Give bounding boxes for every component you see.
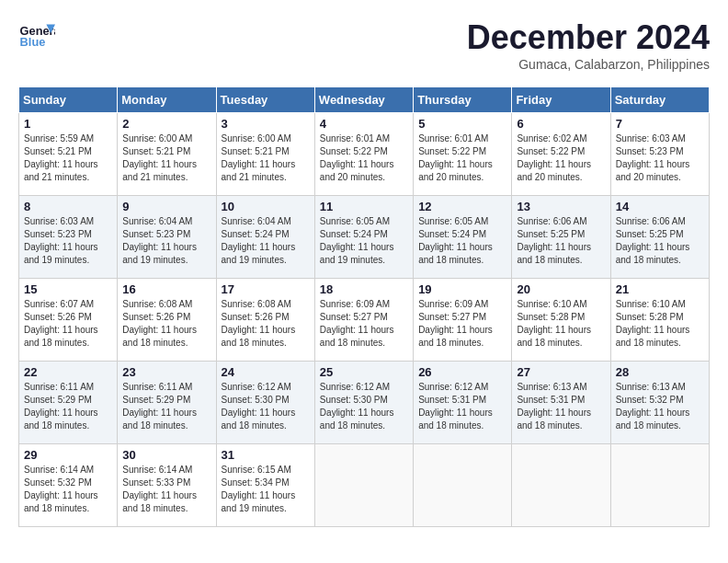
day-info: Sunrise: 6:05 AM Sunset: 5:24 PM Dayligh… [418,215,506,267]
day-number: 9 [122,200,210,213]
day-info: Sunrise: 6:14 AM Sunset: 5:32 PM Dayligh… [24,464,112,515]
day-info: Sunrise: 6:14 AM Sunset: 5:33 PM Dayligh… [122,464,210,515]
day-cell: 16Sunrise: 6:08 AM Sunset: 5:26 PM Dayli… [118,279,216,362]
day-cell: 19Sunrise: 6:09 AM Sunset: 5:27 PM Dayli… [414,279,512,362]
logo-icon: General Blue [18,18,55,55]
day-info: Sunrise: 6:10 AM Sunset: 5:28 PM Dayligh… [616,298,704,350]
day-info: Sunrise: 6:01 AM Sunset: 5:22 PM Dayligh… [320,132,408,184]
title-section: December 2024 Gumaca, Calabarzon, Philip… [467,18,710,72]
day-number: 19 [418,282,506,296]
day-info: Sunrise: 6:12 AM Sunset: 5:31 PM Dayligh… [418,381,506,432]
day-number: 11 [320,200,408,213]
day-cell: 7Sunrise: 6:03 AM Sunset: 5:23 PM Daylig… [610,113,709,196]
day-cell: 27Sunrise: 6:13 AM Sunset: 5:31 PM Dayli… [512,362,610,444]
day-number: 28 [616,365,704,379]
week-row-4: 29Sunrise: 6:14 AM Sunset: 5:32 PM Dayli… [19,444,710,527]
header-tuesday: Tuesday [216,87,314,113]
day-info: Sunrise: 6:15 AM Sunset: 5:34 PM Dayligh… [222,464,310,515]
day-info: Sunrise: 6:11 AM Sunset: 5:29 PM Dayligh… [24,381,112,432]
day-info: Sunrise: 6:04 AM Sunset: 5:24 PM Dayligh… [222,215,310,267]
day-number: 2 [122,117,210,131]
day-info: Sunrise: 6:03 AM Sunset: 5:23 PM Dayligh… [24,215,112,267]
day-cell [610,444,709,527]
day-number: 4 [320,117,408,131]
day-cell: 3Sunrise: 6:00 AM Sunset: 5:21 PM Daylig… [216,113,314,196]
day-number: 12 [418,200,506,213]
day-number: 5 [418,117,506,131]
day-cell: 18Sunrise: 6:09 AM Sunset: 5:27 PM Dayli… [314,279,413,362]
day-info: Sunrise: 5:59 AM Sunset: 5:21 PM Dayligh… [24,132,112,184]
day-info: Sunrise: 6:05 AM Sunset: 5:24 PM Dayligh… [320,215,408,267]
week-row-3: 22Sunrise: 6:11 AM Sunset: 5:29 PM Dayli… [19,362,710,444]
day-number: 30 [122,448,210,462]
day-cell: 14Sunrise: 6:06 AM Sunset: 5:25 PM Dayli… [610,196,709,279]
day-info: Sunrise: 6:12 AM Sunset: 5:30 PM Dayligh… [320,381,408,432]
day-number: 22 [24,365,112,379]
page-header: General Blue December 2024 Gumaca, Calab… [18,18,710,72]
week-row-1: 8Sunrise: 6:03 AM Sunset: 5:23 PM Daylig… [19,196,710,279]
day-info: Sunrise: 6:11 AM Sunset: 5:29 PM Dayligh… [122,381,210,432]
svg-text:Blue: Blue [20,35,46,49]
day-cell [414,444,512,527]
day-cell: 2Sunrise: 6:00 AM Sunset: 5:21 PM Daylig… [118,113,216,196]
day-number: 29 [24,448,112,462]
day-number: 21 [616,282,704,296]
header-sunday: Sunday [19,87,118,113]
day-cell: 24Sunrise: 6:12 AM Sunset: 5:30 PM Dayli… [216,362,314,444]
day-number: 1 [24,117,112,131]
day-info: Sunrise: 6:00 AM Sunset: 5:21 PM Dayligh… [122,132,210,184]
week-row-2: 15Sunrise: 6:07 AM Sunset: 5:26 PM Dayli… [19,279,710,362]
day-cell: 6Sunrise: 6:02 AM Sunset: 5:22 PM Daylig… [512,113,610,196]
day-number: 25 [320,365,408,379]
day-cell: 9Sunrise: 6:04 AM Sunset: 5:23 PM Daylig… [118,196,216,279]
calendar-table: SundayMondayTuesdayWednesdayThursdayFrid… [18,86,710,527]
logo: General Blue [18,18,59,55]
day-info: Sunrise: 6:04 AM Sunset: 5:23 PM Dayligh… [122,215,210,267]
day-number: 14 [616,200,704,213]
header-saturday: Saturday [610,87,709,113]
day-info: Sunrise: 6:13 AM Sunset: 5:31 PM Dayligh… [517,381,605,432]
day-number: 23 [122,365,210,379]
header-monday: Monday [118,87,216,113]
day-number: 16 [122,282,210,296]
day-info: Sunrise: 6:09 AM Sunset: 5:27 PM Dayligh… [320,298,408,350]
day-info: Sunrise: 6:08 AM Sunset: 5:26 PM Dayligh… [122,298,210,350]
day-cell: 12Sunrise: 6:05 AM Sunset: 5:24 PM Dayli… [414,196,512,279]
day-cell: 23Sunrise: 6:11 AM Sunset: 5:29 PM Dayli… [118,362,216,444]
day-cell: 21Sunrise: 6:10 AM Sunset: 5:28 PM Dayli… [610,279,709,362]
day-cell: 28Sunrise: 6:13 AM Sunset: 5:32 PM Dayli… [610,362,709,444]
day-info: Sunrise: 6:00 AM Sunset: 5:21 PM Dayligh… [222,132,310,184]
header-wednesday: Wednesday [314,87,413,113]
day-number: 6 [517,117,605,131]
day-number: 10 [222,200,310,213]
day-number: 3 [222,117,310,131]
day-info: Sunrise: 6:12 AM Sunset: 5:30 PM Dayligh… [222,381,310,432]
day-number: 13 [517,200,605,213]
day-cell: 10Sunrise: 6:04 AM Sunset: 5:24 PM Dayli… [216,196,314,279]
day-info: Sunrise: 6:07 AM Sunset: 5:26 PM Dayligh… [24,298,112,350]
day-number: 26 [418,365,506,379]
day-info: Sunrise: 6:06 AM Sunset: 5:25 PM Dayligh… [616,215,704,267]
header-thursday: Thursday [414,87,512,113]
day-cell: 8Sunrise: 6:03 AM Sunset: 5:23 PM Daylig… [19,196,118,279]
day-cell: 17Sunrise: 6:08 AM Sunset: 5:26 PM Dayli… [216,279,314,362]
day-cell: 26Sunrise: 6:12 AM Sunset: 5:31 PM Dayli… [414,362,512,444]
day-cell: 25Sunrise: 6:12 AM Sunset: 5:30 PM Dayli… [314,362,413,444]
day-info: Sunrise: 6:02 AM Sunset: 5:22 PM Dayligh… [517,132,605,184]
calendar-subtitle: Gumaca, Calabarzon, Philippines [467,57,710,72]
day-number: 8 [24,200,112,213]
day-info: Sunrise: 6:10 AM Sunset: 5:28 PM Dayligh… [517,298,605,350]
day-info: Sunrise: 6:08 AM Sunset: 5:26 PM Dayligh… [222,298,310,350]
header-friday: Friday [512,87,610,113]
day-cell: 1Sunrise: 5:59 AM Sunset: 5:21 PM Daylig… [19,113,118,196]
day-number: 27 [517,365,605,379]
day-cell: 11Sunrise: 6:05 AM Sunset: 5:24 PM Dayli… [314,196,413,279]
day-cell: 29Sunrise: 6:14 AM Sunset: 5:32 PM Dayli… [19,444,118,527]
day-number: 20 [517,282,605,296]
calendar-title: December 2024 [467,18,710,57]
day-info: Sunrise: 6:06 AM Sunset: 5:25 PM Dayligh… [517,215,605,267]
day-info: Sunrise: 6:09 AM Sunset: 5:27 PM Dayligh… [418,298,506,350]
day-cell: 22Sunrise: 6:11 AM Sunset: 5:29 PM Dayli… [19,362,118,444]
day-number: 17 [222,282,310,296]
day-cell: 30Sunrise: 6:14 AM Sunset: 5:33 PM Dayli… [118,444,216,527]
